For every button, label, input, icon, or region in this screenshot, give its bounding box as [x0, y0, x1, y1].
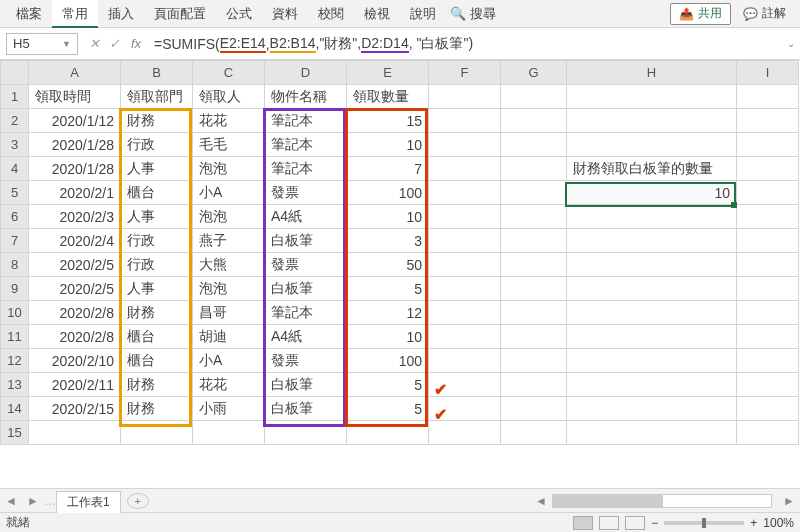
select-all-corner[interactable] — [1, 61, 29, 85]
cell-A5[interactable]: 2020/2/1 — [29, 181, 121, 205]
cell-G12[interactable] — [501, 349, 567, 373]
cell-E8[interactable]: 50 — [347, 253, 429, 277]
cell-B4[interactable]: 人事 — [121, 157, 193, 181]
cell-D2[interactable]: 筆記本 — [265, 109, 347, 133]
cell-C5[interactable]: 小A — [193, 181, 265, 205]
cell-F8[interactable] — [429, 253, 501, 277]
view-page-break-icon[interactable] — [625, 516, 645, 530]
table-row[interactable]: 32020/1/28行政毛毛筆記本10 — [1, 133, 799, 157]
cell-G14[interactable] — [501, 397, 567, 421]
sheet-nav-next[interactable]: ► — [22, 494, 44, 508]
cell-B12[interactable]: 櫃台 — [121, 349, 193, 373]
cell-H1[interactable] — [567, 85, 737, 109]
cell-E14[interactable]: 5 — [347, 397, 429, 421]
row-header[interactable]: 1 — [1, 85, 29, 109]
table-row[interactable]: 142020/2/15財務小雨白板筆5 — [1, 397, 799, 421]
tab-insert[interactable]: 插入 — [98, 0, 144, 28]
cell-B1[interactable]: 領取部門 — [121, 85, 193, 109]
cell-C15[interactable] — [193, 421, 265, 445]
cell-I10[interactable] — [737, 301, 799, 325]
cell-D5[interactable]: 發票 — [265, 181, 347, 205]
cell-C11[interactable]: 胡迪 — [193, 325, 265, 349]
sheet-nav-prev[interactable]: ◄ — [0, 494, 22, 508]
cell-E7[interactable]: 3 — [347, 229, 429, 253]
share-button[interactable]: 📤 共用 — [670, 3, 731, 25]
cell-I5[interactable] — [737, 181, 799, 205]
cell-C12[interactable]: 小A — [193, 349, 265, 373]
cell-I4[interactable] — [737, 157, 799, 181]
cell-E3[interactable]: 10 — [347, 133, 429, 157]
cell-A1[interactable]: 領取時間 — [29, 85, 121, 109]
cell-A2[interactable]: 2020/1/12 — [29, 109, 121, 133]
table-row[interactable]: 132020/2/11財務花花白板筆5 — [1, 373, 799, 397]
cell-D9[interactable]: 白板筆 — [265, 277, 347, 301]
cell-F12[interactable] — [429, 349, 501, 373]
cell-G3[interactable] — [501, 133, 567, 157]
cell-A7[interactable]: 2020/2/4 — [29, 229, 121, 253]
row-header[interactable]: 2 — [1, 109, 29, 133]
cell-B3[interactable]: 行政 — [121, 133, 193, 157]
chevron-down-icon[interactable]: ▼ — [62, 39, 71, 49]
cell-I6[interactable] — [737, 205, 799, 229]
cell-B11[interactable]: 櫃台 — [121, 325, 193, 349]
cell-E1[interactable]: 領取數量 — [347, 85, 429, 109]
cell-F9[interactable] — [429, 277, 501, 301]
fx-icon[interactable]: fx — [124, 36, 148, 51]
cell-C4[interactable]: 泡泡 — [193, 157, 265, 181]
col-D[interactable]: D — [265, 61, 347, 85]
cell-C10[interactable]: 昌哥 — [193, 301, 265, 325]
cell-H4[interactable]: 財務領取白板筆的數量 — [567, 157, 737, 181]
view-normal-icon[interactable] — [573, 516, 593, 530]
row-header[interactable]: 8 — [1, 253, 29, 277]
cell-G6[interactable] — [501, 205, 567, 229]
col-H[interactable]: H — [567, 61, 737, 85]
cell-G1[interactable] — [501, 85, 567, 109]
cell-D11[interactable]: A4紙 — [265, 325, 347, 349]
cell-A6[interactable]: 2020/2/3 — [29, 205, 121, 229]
formula-expand-icon[interactable]: ⌄ — [782, 38, 800, 49]
hscroll-left[interactable]: ◄ — [530, 494, 552, 508]
cell-F6[interactable] — [429, 205, 501, 229]
cell-G15[interactable] — [501, 421, 567, 445]
view-page-layout-icon[interactable] — [599, 516, 619, 530]
cell-I2[interactable] — [737, 109, 799, 133]
cell-H8[interactable] — [567, 253, 737, 277]
row-header[interactable]: 10 — [1, 301, 29, 325]
formula-input[interactable]: =SUMIFS( E2:E14 , B2:B14 ,"財務", D2:D14 ,… — [148, 35, 782, 53]
cell-A8[interactable]: 2020/2/5 — [29, 253, 121, 277]
table-row[interactable]: 92020/2/5人事泡泡白板筆5 — [1, 277, 799, 301]
zoom-out-icon[interactable]: − — [651, 516, 658, 530]
cell-I9[interactable] — [737, 277, 799, 301]
table-row[interactable]: 42020/1/28人事泡泡筆記本7財務領取白板筆的數量 — [1, 157, 799, 181]
zoom-in-icon[interactable]: + — [750, 516, 757, 530]
row-header[interactable]: 7 — [1, 229, 29, 253]
cell-A11[interactable]: 2020/2/8 — [29, 325, 121, 349]
cell-H6[interactable] — [567, 205, 737, 229]
cell-B14[interactable]: 財務 — [121, 397, 193, 421]
cell-C8[interactable]: 大熊 — [193, 253, 265, 277]
cell-E5[interactable]: 100 — [347, 181, 429, 205]
cell-I8[interactable] — [737, 253, 799, 277]
cell-F11[interactable] — [429, 325, 501, 349]
cell-F7[interactable] — [429, 229, 501, 253]
cell-B2[interactable]: 財務 — [121, 109, 193, 133]
cell-E2[interactable]: 15 — [347, 109, 429, 133]
cell-I15[interactable] — [737, 421, 799, 445]
cell-F10[interactable] — [429, 301, 501, 325]
cell-H9[interactable] — [567, 277, 737, 301]
name-box[interactable]: H5 ▼ — [6, 33, 78, 55]
col-A[interactable]: A — [29, 61, 121, 85]
cell-F2[interactable] — [429, 109, 501, 133]
table-row[interactable]: 52020/2/1櫃台小A發票10010 — [1, 181, 799, 205]
row-header[interactable]: 11 — [1, 325, 29, 349]
cell-D3[interactable]: 筆記本 — [265, 133, 347, 157]
cell-D4[interactable]: 筆記本 — [265, 157, 347, 181]
cell-D10[interactable]: 筆記本 — [265, 301, 347, 325]
horizontal-scrollbar[interactable] — [552, 494, 772, 508]
cell-F15[interactable] — [429, 421, 501, 445]
sheet-tab-1[interactable]: 工作表1 — [56, 491, 121, 513]
cell-E6[interactable]: 10 — [347, 205, 429, 229]
row-header[interactable]: 15 — [1, 421, 29, 445]
cell-E13[interactable]: 5 — [347, 373, 429, 397]
cell-A13[interactable]: 2020/2/11 — [29, 373, 121, 397]
